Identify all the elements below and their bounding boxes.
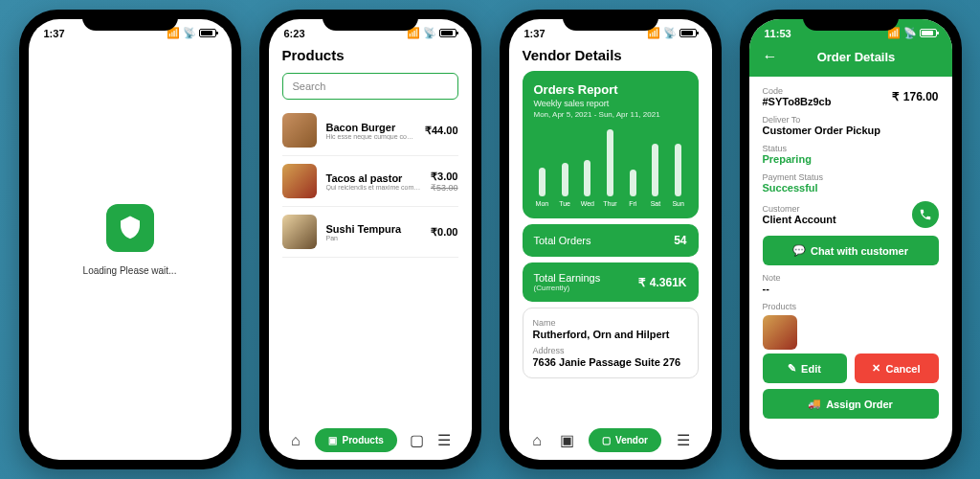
- time: 1:37: [524, 28, 546, 39]
- wifi-icon: 📡: [663, 27, 677, 39]
- product-desc: Hic esse neque cumque commo...: [326, 133, 415, 140]
- nav-vendor[interactable]: ▢Vendor: [589, 428, 661, 452]
- weekly-chart: MonTueWedThurFriSatSun: [534, 130, 687, 207]
- chart-day-label: Fri: [629, 200, 636, 207]
- product-name: Tacos al pastor: [326, 172, 421, 184]
- page-title: Vendor Details: [509, 43, 712, 67]
- product-image: [282, 113, 317, 148]
- order-price: ₹ 176.00: [892, 90, 938, 103]
- chart-day-label: Wed: [581, 200, 594, 207]
- assign-button[interactable]: 🚚Assign Order: [763, 389, 939, 419]
- nav-menu-icon[interactable]: ☰: [676, 433, 691, 448]
- product-image: [282, 164, 317, 198]
- chart-bar: [652, 144, 658, 196]
- product-price: ₹44.00: [425, 125, 458, 137]
- report-title: Orders Report: [534, 82, 687, 97]
- cancel-button[interactable]: ✕Cancel: [855, 354, 939, 383]
- chart-day-label: Thur: [603, 200, 616, 207]
- loading-text: Loading Please wait...: [83, 265, 177, 276]
- close-icon: ✕: [872, 362, 880, 375]
- chart-day-label: Mon: [536, 200, 549, 207]
- product-name: Bacon Burger: [326, 122, 415, 133]
- nav-products-icon[interactable]: ▣: [559, 433, 574, 448]
- chart-bar: [562, 163, 568, 196]
- product-name: Sushi Tempura: [326, 223, 422, 235]
- chart-bar: [539, 168, 546, 196]
- chat-button[interactable]: 💬Chat with customer: [763, 236, 939, 265]
- nav-home-icon[interactable]: ⌂: [288, 433, 303, 448]
- time: 6:23: [284, 28, 305, 39]
- product-item[interactable]: Bacon BurgerHic esse neque cumque commo.…: [282, 105, 458, 156]
- chat-icon: 💬: [792, 244, 806, 257]
- nav-menu-icon[interactable]: ☰: [436, 433, 452, 448]
- orders-report-card: Orders Report Weekly sales report Mon, A…: [523, 71, 699, 218]
- edit-button[interactable]: ✎Edit: [763, 354, 847, 383]
- nav-products[interactable]: ▣Products: [315, 428, 396, 452]
- store-icon: ▢: [602, 435, 611, 445]
- edit-icon: ✎: [788, 362, 796, 375]
- page-title: Order Details: [797, 50, 916, 64]
- time: 11:53: [765, 28, 791, 39]
- chart-bar: [607, 129, 613, 196]
- nav-home-icon[interactable]: ⌂: [529, 433, 545, 448]
- truck-icon: 🚚: [808, 398, 821, 410]
- product-item[interactable]: Sushi TempuraPan₹0.00: [282, 207, 458, 258]
- app-logo: [106, 204, 154, 252]
- chart-bar: [584, 160, 590, 196]
- nav-vendor-icon[interactable]: ▢: [409, 433, 424, 448]
- battery-icon: [679, 29, 697, 37]
- battery-icon: [439, 29, 457, 37]
- product-item[interactable]: Tacos al pastorQui reiciendis et maxime …: [282, 156, 458, 207]
- wifi-icon: 📡: [423, 27, 436, 39]
- product-desc: Pan: [326, 235, 422, 241]
- product-old-price: ₹53.00: [431, 183, 458, 193]
- back-icon[interactable]: ←: [763, 48, 778, 65]
- battery-icon: [920, 29, 937, 37]
- order-product-image: [763, 315, 797, 350]
- chart-day-label: Tue: [559, 200, 570, 207]
- order-code: #SYTo8Bz9cb: [763, 96, 832, 107]
- chart-bar: [630, 170, 636, 196]
- product-price: ₹0.00: [431, 226, 457, 239]
- time: 1:37: [44, 28, 65, 39]
- wifi-icon: 📡: [183, 27, 196, 39]
- wifi-icon: 📡: [903, 27, 917, 39]
- product-image: [282, 215, 317, 249]
- chart-day-label: Sun: [672, 200, 683, 207]
- chart-day-label: Sat: [651, 200, 661, 207]
- product-desc: Qui reiciendis et maxime commodi...: [326, 184, 421, 191]
- vendor-info-card: Name Rutherford, Orn and Hilpert Address…: [523, 308, 699, 378]
- total-earnings-stat: Total Earnings(Currently)₹ 4.361K: [523, 262, 699, 302]
- payment-status: Successful: [763, 182, 939, 194]
- page-title: Products: [269, 43, 472, 67]
- box-icon: ▣: [328, 435, 337, 445]
- battery-icon: [199, 29, 216, 37]
- chart-bar: [675, 144, 681, 196]
- status-value: Preparing: [763, 153, 939, 165]
- search-input[interactable]: Search: [282, 73, 458, 100]
- total-orders-stat: Total Orders54: [523, 224, 699, 257]
- product-price: ₹3.00: [431, 171, 458, 183]
- call-button[interactable]: [912, 201, 939, 228]
- report-sub: Weekly sales report: [534, 99, 687, 108]
- report-range: Mon, Apr 5, 2021 - Sun, Apr 11, 2021: [534, 110, 687, 119]
